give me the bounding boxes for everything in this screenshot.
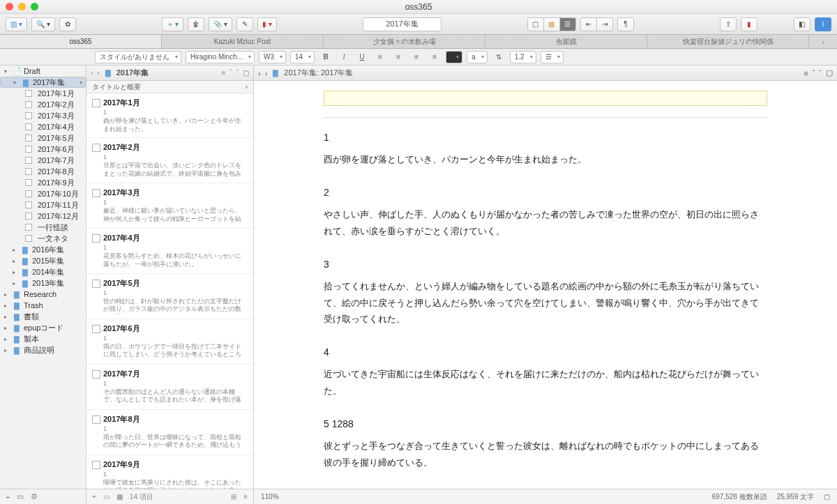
binder-month-7[interactable]: 2017年8月 bbox=[0, 166, 86, 177]
binder-extra-1[interactable]: 一文ネタ bbox=[0, 233, 86, 244]
outline-view2[interactable]: ≡ bbox=[243, 493, 248, 501]
close-window[interactable] bbox=[6, 3, 13, 10]
editor-body[interactable]: 1酉が卵を運び落としていき、パカーンと今年が生まれ始まった。2やさしい声、伸ばし… bbox=[254, 81, 837, 489]
binder-folder-5[interactable]: ▸▇商品説明 bbox=[0, 344, 86, 356]
italic-button[interactable]: I bbox=[337, 51, 351, 63]
outline-item-3[interactable]: 2017年4月1花見客を黙らすため、桜木の花びらがいっせいに落ちたが、一帯が拍手… bbox=[86, 229, 253, 273]
outline-down[interactable]: ˇ bbox=[236, 69, 239, 77]
bookmark-button[interactable]: ▮ bbox=[741, 17, 757, 31]
ed-down[interactable]: ˇ bbox=[819, 69, 822, 77]
info-button[interactable]: i bbox=[815, 17, 831, 31]
outline-add[interactable]: + bbox=[92, 493, 96, 501]
trash-button[interactable]: 🗑 bbox=[188, 17, 204, 31]
list-select[interactable]: ☰ bbox=[541, 51, 564, 63]
ed-menu[interactable]: ≡ bbox=[804, 69, 808, 77]
binder-month-10[interactable]: 2017年11月 bbox=[0, 199, 86, 211]
outline-grid[interactable]: ▦ bbox=[116, 493, 123, 501]
binder-month-8[interactable]: 2017年9月 bbox=[0, 177, 86, 188]
align-justify[interactable]: ≡ bbox=[428, 51, 442, 63]
binder-add[interactable]: + bbox=[6, 493, 10, 501]
tab-1[interactable]: Kazuki Mziuc Post bbox=[162, 35, 324, 48]
binder-folder-4[interactable]: ▸▇製本 bbox=[0, 333, 86, 344]
style-select[interactable]: スタイルがありません bbox=[95, 51, 181, 63]
ed-nav-fwd[interactable]: › bbox=[265, 69, 268, 77]
outline-up[interactable]: ˆ bbox=[229, 69, 232, 77]
nav-back[interactable]: ‹ bbox=[91, 69, 93, 77]
binder-year-1[interactable]: ▸▇2015年集 bbox=[0, 255, 86, 266]
align-left[interactable]: ≡ bbox=[373, 51, 387, 63]
align-center[interactable]: ≡ bbox=[391, 51, 405, 63]
font-select[interactable]: Hiragino Minch... bbox=[186, 51, 255, 63]
layout-cork[interactable]: ▦ bbox=[543, 17, 560, 31]
outline-view1[interactable]: ⊞ bbox=[231, 493, 236, 501]
zoom-level[interactable]: 110% bbox=[261, 493, 279, 501]
tab-0[interactable]: oss365 bbox=[0, 35, 162, 48]
search-button[interactable]: 🔍 ▾ bbox=[31, 17, 55, 31]
binder-month-6[interactable]: 2017年7月 bbox=[0, 155, 86, 166]
binder-draft[interactable]: ▾📄Draft bbox=[0, 66, 86, 77]
layout-outline[interactable]: ☰ bbox=[559, 17, 576, 31]
binder-year-0[interactable]: ▸▇2016年集 bbox=[0, 244, 86, 255]
outline-item-5[interactable]: 2017年6月1雨の日、ボウリングで一球目を投げて二本サイドに残してしまい、どう… bbox=[86, 319, 253, 365]
underline-button[interactable]: U bbox=[355, 51, 369, 63]
binder-year-3[interactable]: ▸▇2013年集 bbox=[0, 277, 86, 289]
editor-crumb[interactable]: 2017年集: 2017年集 bbox=[284, 68, 353, 78]
binder-month-3[interactable]: 2017年4月 bbox=[0, 121, 86, 132]
label-button[interactable]: ▮ ▾ bbox=[257, 17, 277, 31]
binder-month-9[interactable]: 2017年10月 bbox=[0, 188, 86, 199]
binder-folder-0[interactable]: ▸▇Research bbox=[0, 289, 86, 300]
outline-item-6[interactable]: 2017年7月1その図書館のほとんど人の通らない通路の本棚で、なんとしてでも読ま… bbox=[86, 365, 253, 410]
highlight-select[interactable]: a bbox=[467, 51, 488, 63]
ed-nav-back[interactable]: ‹ bbox=[258, 69, 261, 77]
binder-folder-3[interactable]: ▸▇epupコード bbox=[0, 322, 86, 333]
binder-folder-2[interactable]: ▸▇書類 bbox=[0, 311, 86, 322]
ed-up[interactable]: ˆ bbox=[813, 69, 815, 77]
add-button[interactable]: ＋ ▾ bbox=[162, 17, 184, 31]
attach-button[interactable]: 📎 ▾ bbox=[209, 17, 232, 31]
align-right[interactable]: ≡ bbox=[409, 51, 423, 63]
find-bar[interactable] bbox=[324, 91, 767, 106]
outline-item-8[interactable]: 2017年9月1喧嘩で彼女に馬乗りにされた彼は、そこにあったたい焼きを口に押し込… bbox=[86, 455, 253, 489]
tab-3[interactable]: 虫籠鏡 bbox=[485, 35, 647, 48]
outline-item-1[interactable]: 2017年2月1旦那とは宇宙で出会い、淡いピンク色のドレスをまとった花嫁の結婚式… bbox=[86, 138, 253, 183]
document-title[interactable]: 2017年集 bbox=[363, 17, 442, 31]
tab-4[interactable]: 快楽寝台探偵ジュリの快関係 bbox=[647, 35, 809, 48]
nav-fwd[interactable]: › bbox=[97, 69, 99, 77]
binder-month-4[interactable]: 2017年5月 bbox=[0, 132, 86, 144]
minimize-window[interactable] bbox=[18, 3, 26, 10]
nav-next[interactable]: ⇥ bbox=[596, 17, 613, 31]
binder-month-5[interactable]: 2017年6月 bbox=[0, 144, 86, 155]
binder-2017[interactable]: ▾▇2017年集 bbox=[0, 77, 86, 88]
outline-menu[interactable]: ≡ bbox=[221, 69, 225, 77]
outline-item-7[interactable]: 2017年8月1雨が降った日、世界は曖昧になって、雨粒と雨粒の間に夢のゲートが一… bbox=[86, 410, 253, 455]
layout-single[interactable]: ▢ bbox=[527, 17, 544, 31]
linespacing-select[interactable]: 1.2 bbox=[510, 51, 536, 63]
outline-item-4[interactable]: 2017年5月1世の時計は、針が取り外されてただの文字盤だけが残り、ガラス板の中… bbox=[86, 274, 253, 319]
binder-settings[interactable]: ⚙ bbox=[31, 492, 38, 501]
binder-extra-0[interactable]: 一行怪談 bbox=[0, 222, 86, 233]
binder-year-2[interactable]: ▸▇2014年集 bbox=[0, 266, 86, 277]
outline-item-2[interactable]: 2017年3月1最近、神様に願い事が届いていないと思ったら、神が何人か集って彼ら… bbox=[86, 183, 253, 229]
nav-prev[interactable]: ⇤ bbox=[580, 17, 597, 31]
settings-button[interactable]: ✿ bbox=[59, 17, 76, 31]
binder-month-1[interactable]: 2017年2月 bbox=[0, 99, 86, 110]
binder-organize[interactable]: ▭ bbox=[17, 492, 24, 501]
tab-2[interactable]: 少女個々の水飲み場 bbox=[324, 35, 485, 48]
size-select[interactable]: 14 bbox=[290, 51, 315, 63]
ed-expand[interactable]: ▢ bbox=[826, 68, 833, 77]
zoom-window[interactable] bbox=[31, 3, 38, 10]
share-button[interactable]: ⇪ bbox=[720, 17, 737, 31]
outline-dup[interactable]: ▭ bbox=[103, 493, 110, 501]
format-panel[interactable]: ¶ bbox=[617, 17, 634, 31]
weight-select[interactable]: W3 bbox=[259, 51, 286, 63]
target-icon[interactable]: ▢ bbox=[824, 493, 830, 501]
color-select[interactable] bbox=[446, 51, 462, 63]
binder-month-11[interactable]: 2017年12月 bbox=[0, 211, 86, 222]
compose-button[interactable]: ✎ bbox=[236, 17, 253, 31]
outline-expand[interactable]: ▢ bbox=[243, 69, 249, 77]
inspector-toggle[interactable]: ◧ bbox=[794, 17, 810, 31]
bold-button[interactable]: B bbox=[319, 51, 333, 63]
binder-folder-1[interactable]: ▸▇Trash bbox=[0, 300, 86, 311]
binder-month-2[interactable]: 2017年3月 bbox=[0, 110, 86, 121]
binder-month-0[interactable]: 2017年1月 bbox=[0, 88, 86, 99]
